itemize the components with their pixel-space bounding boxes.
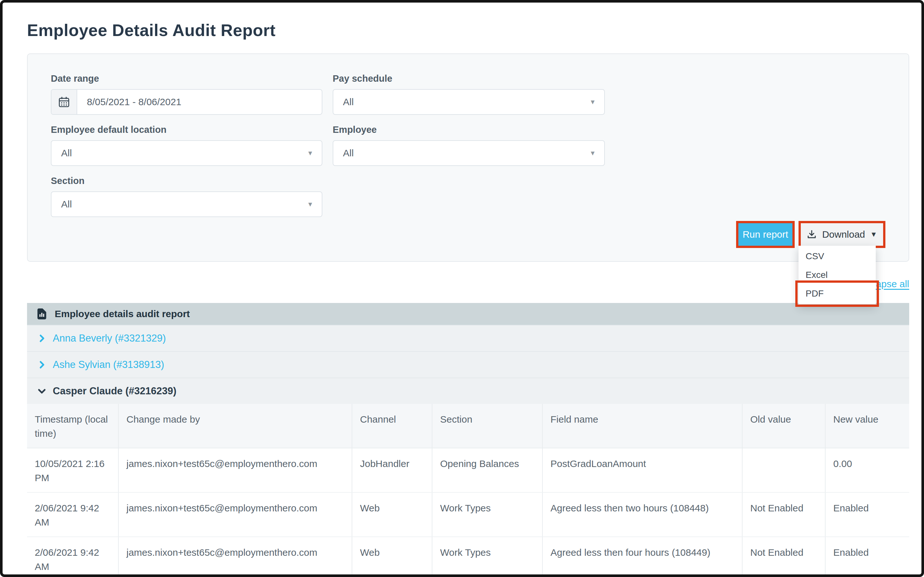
date-range-field: Date range 8/05/2021 - 8/06/2021	[51, 73, 323, 115]
download-menu-item-csv[interactable]: CSV	[798, 247, 876, 266]
cell-channel: JobHandler	[352, 448, 432, 492]
table-row: 10/05/2021 2:16 PM james.nixon+test65c@e…	[27, 448, 909, 493]
column-header: Timestamp (local time)	[27, 404, 119, 448]
column-header: Change made by	[119, 404, 352, 448]
cell-field-name: Agreed less then four hours (108449)	[543, 537, 743, 577]
cell-timestamp: 2/06/2021 9:42 AM	[27, 537, 119, 577]
cell-change-made-by: james.nixon+test65c@employmenthero.com	[119, 537, 352, 577]
employee-row-casper[interactable]: Casper Claude (#3216239)	[27, 377, 909, 404]
chevron-down-icon: ▼	[589, 150, 596, 156]
run-report-annotation: Run report	[736, 221, 795, 248]
employee-default-location-select[interactable]: All ▼	[51, 140, 323, 166]
filter-panel: Date range 8/05/2021 - 8/06/2021	[27, 53, 909, 262]
employee-label: Employee	[333, 124, 605, 135]
employee-field: Employee All ▼	[333, 124, 605, 166]
download-menu-item-excel[interactable]: Excel	[798, 266, 876, 284]
pay-schedule-field: Pay schedule All ▼	[333, 73, 605, 115]
page: Employee Details Audit Report Date range	[0, 0, 924, 577]
section-field: Section All ▼	[51, 176, 323, 217]
chevron-right-icon	[37, 360, 46, 369]
column-header: Section	[432, 404, 543, 448]
download-menu: CSV Excel PDF	[798, 246, 876, 304]
download-menu-item-pdf[interactable]: PDF	[798, 284, 876, 303]
section-select[interactable]: All ▼	[51, 191, 323, 217]
cell-old-value: Not Enabled	[743, 537, 826, 577]
run-report-button[interactable]: Run report	[739, 223, 792, 246]
cell-channel: Web	[352, 493, 432, 537]
download-annotation: Download ▼ CSV Excel PDF	[798, 221, 885, 248]
report-header-bar: Employee details audit report	[27, 303, 909, 325]
cell-section: Opening Balances	[432, 448, 543, 492]
cell-channel: Web	[352, 537, 432, 577]
employee-value: All	[333, 148, 589, 159]
chevron-down-icon: ▼	[870, 231, 877, 238]
report-document-icon	[37, 308, 46, 319]
pay-schedule-value: All	[333, 97, 589, 107]
date-range-label: Date range	[51, 73, 323, 84]
pay-schedule-select[interactable]: All ▼	[333, 89, 605, 115]
table-header-row: Timestamp (local time) Change made by Ch…	[27, 404, 909, 448]
column-header: Channel	[352, 404, 432, 448]
employee-default-location-field: Employee default location All ▼	[51, 124, 323, 166]
cell-change-made-by: james.nixon+test65c@employmenthero.com	[119, 448, 352, 492]
column-header: Field name	[543, 404, 743, 448]
employee-row-anna[interactable]: Anna Beverly (#3321329)	[27, 325, 909, 351]
cell-new-value: Enabled	[826, 537, 909, 577]
date-range-input[interactable]: 8/05/2021 - 8/06/2021	[51, 89, 323, 115]
cell-new-value: Enabled	[826, 493, 909, 537]
chevron-down-icon: ▼	[307, 201, 313, 208]
table-row: 2/06/2021 9:42 AM james.nixon+test65c@em…	[27, 537, 909, 577]
section-value: All	[52, 199, 307, 210]
employee-name: Casper Claude (#3216239)	[53, 385, 176, 397]
table-row: 2/06/2021 9:42 AM james.nixon+test65c@em…	[27, 493, 909, 537]
cell-field-name: Agreed less then two hours (108448)	[543, 493, 743, 537]
chevron-down-icon	[37, 387, 46, 396]
cell-field-name: PostGradLoanAmount	[543, 448, 743, 492]
column-header: Old value	[743, 404, 826, 448]
cell-new-value: 0.00	[826, 448, 909, 492]
employee-name-link: Anna Beverly (#3321329)	[53, 332, 166, 344]
chevron-down-icon: ▼	[307, 150, 313, 156]
pay-schedule-label: Pay schedule	[333, 73, 605, 84]
download-button[interactable]: Download ▼	[801, 223, 883, 246]
download-icon	[806, 229, 817, 240]
report-section: Employee details audit report Anna Bever…	[27, 303, 909, 577]
column-header: New value	[826, 404, 909, 448]
cell-old-value	[743, 448, 826, 492]
cell-section: Work Types	[432, 537, 543, 577]
employee-default-location-label: Employee default location	[51, 124, 323, 135]
calendar-icon	[52, 90, 77, 114]
cell-section: Work Types	[432, 493, 543, 537]
audit-table: Timestamp (local time) Change made by Ch…	[27, 404, 909, 577]
cell-old-value: Not Enabled	[743, 493, 826, 537]
employee-select[interactable]: All ▼	[333, 140, 605, 166]
cell-timestamp: 2/06/2021 9:42 AM	[27, 493, 119, 537]
cell-change-made-by: james.nixon+test65c@employmenthero.com	[119, 493, 352, 537]
cell-timestamp: 10/05/2021 2:16 PM	[27, 448, 119, 492]
employee-row-ashe[interactable]: Ashe Sylvian (#3138913)	[27, 351, 909, 377]
section-label: Section	[51, 176, 323, 186]
chevron-right-icon	[37, 334, 46, 343]
employee-default-location-value: All	[52, 148, 307, 159]
chevron-down-icon: ▼	[589, 99, 596, 105]
download-button-label: Download	[822, 229, 865, 240]
employee-name-link: Ashe Sylvian (#3138913)	[53, 359, 164, 371]
date-range-value: 8/05/2021 - 8/06/2021	[77, 97, 181, 107]
report-header-title: Employee details audit report	[55, 308, 190, 319]
page-title: Employee Details Audit Report	[27, 21, 909, 40]
